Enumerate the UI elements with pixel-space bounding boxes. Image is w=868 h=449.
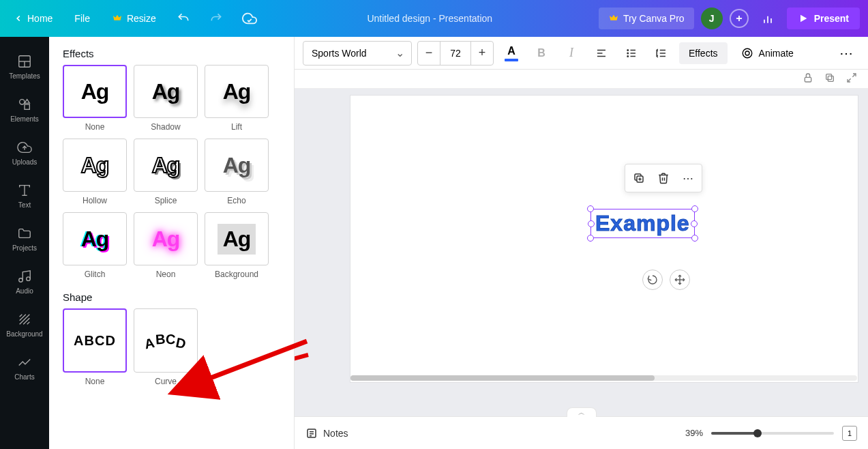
header-left: Home File Resize <box>8 7 261 30</box>
redo-button[interactable] <box>205 8 227 29</box>
app-header: Home File Resize Untitled design - Prese… <box>0 0 868 37</box>
resize-handle-bl[interactable] <box>587 235 594 242</box>
font-size-decrease[interactable]: − <box>418 42 440 65</box>
spacing-button[interactable] <box>649 41 674 66</box>
effect-lift[interactable]: Ag Lift <box>205 65 269 132</box>
templates-icon <box>16 53 33 70</box>
svg-marker-11 <box>25 100 29 104</box>
rail-text[interactable]: Text <box>0 174 49 217</box>
lock-icon <box>803 72 813 83</box>
effect-hollow[interactable]: Ag Hollow <box>63 139 127 205</box>
duplicate-page-button[interactable] <box>824 72 835 86</box>
spacing-icon <box>655 47 668 59</box>
undo-button[interactable] <box>173 8 194 29</box>
horizontal-scrollbar[interactable] <box>350 375 857 382</box>
svg-point-14 <box>19 278 23 283</box>
list-button[interactable] <box>619 41 644 66</box>
expand-icon <box>846 72 857 83</box>
rotate-button[interactable] <box>642 270 663 290</box>
animate-button[interactable]: Animate <box>733 42 802 65</box>
effect-neon[interactable]: Ag Neon <box>134 212 198 279</box>
rail-audio[interactable]: Audio <box>0 260 49 303</box>
shape-none[interactable]: ABCD None <box>63 308 127 386</box>
shape-curve[interactable]: ABCD Curve <box>134 308 198 386</box>
font-family-select[interactable]: Sports World <box>303 41 412 66</box>
effect-splice[interactable]: Ag Splice <box>134 139 198 205</box>
main-area: Templates Elements Uploads Text Projects… <box>0 37 868 449</box>
zoom-slider-thumb[interactable] <box>753 429 762 437</box>
resize-handle-ml[interactable] <box>588 220 595 227</box>
rail-templates[interactable]: Templates <box>0 45 49 88</box>
try-pro-button[interactable]: Try Canva Pro <box>599 8 694 29</box>
rail-background[interactable]: Background <box>0 303 49 346</box>
svg-rect-10 <box>25 104 29 109</box>
shape-section-title: Shape <box>63 291 280 303</box>
canvas-column: Sports World − + A B I Effects Animate ⋯ <box>295 37 868 449</box>
effects-toolbar-button[interactable]: Effects <box>679 42 728 64</box>
resize-handle-tl[interactable] <box>587 205 594 212</box>
element-more-button[interactable]: ⋯ <box>678 169 698 188</box>
selected-text-element[interactable]: Example <box>590 209 695 238</box>
rail-elements[interactable]: Elements <box>0 88 49 131</box>
background-icon <box>16 311 33 328</box>
expand-pages-tab[interactable]: ︿ <box>567 407 597 417</box>
user-avatar[interactable]: J <box>701 8 723 29</box>
resize-handle-mr[interactable] <box>691 220 698 227</box>
lock-button[interactable] <box>803 72 813 86</box>
tool-rail: Templates Elements Uploads Text Projects… <box>0 37 49 449</box>
effect-background[interactable]: Ag Background <box>205 212 269 279</box>
svg-point-35 <box>745 51 749 55</box>
svg-point-9 <box>20 100 25 104</box>
rail-projects[interactable]: Projects <box>0 217 49 260</box>
canvas-text[interactable]: Example <box>595 211 690 235</box>
move-button[interactable] <box>670 270 690 290</box>
delete-button[interactable] <box>654 169 673 188</box>
svg-point-26 <box>627 53 629 54</box>
rail-charts[interactable]: Charts <box>0 346 49 389</box>
align-icon <box>595 47 608 59</box>
bold-button[interactable]: B <box>529 41 554 66</box>
effect-echo[interactable]: Ag Echo <box>205 139 269 205</box>
insights-button[interactable] <box>755 6 780 31</box>
slide[interactable]: ⋯ Example <box>350 96 858 382</box>
duplicate-icon <box>633 172 645 184</box>
italic-button[interactable]: I <box>559 41 584 66</box>
chevron-left-icon <box>14 14 23 23</box>
element-below-controls <box>642 270 690 290</box>
toolbar-more-button[interactable]: ⋯ <box>834 45 860 61</box>
duplicate-button[interactable] <box>629 169 648 188</box>
style-effects-grid: Ag None Ag Shadow Ag Lift Ag Hollow Ag S… <box>63 65 280 279</box>
scrollbar-thumb[interactable] <box>350 375 655 381</box>
zoom-slider[interactable] <box>711 432 834 435</box>
svg-rect-36 <box>805 77 811 82</box>
effect-none[interactable]: Ag None <box>63 65 127 132</box>
font-size-increase[interactable]: + <box>471 42 493 65</box>
notes-button[interactable]: Notes <box>305 427 348 439</box>
file-menu[interactable]: File <box>69 9 95 28</box>
page-count-button[interactable]: 1 <box>842 426 857 441</box>
zoom-percent[interactable]: 39% <box>685 428 703 438</box>
share-add-button[interactable] <box>730 9 749 28</box>
font-size-input[interactable] <box>440 42 471 65</box>
effect-shadow[interactable]: Ag Shadow <box>134 65 198 132</box>
notes-icon <box>305 427 318 439</box>
bold-icon: B <box>537 47 545 59</box>
resize-handle-br[interactable] <box>691 235 698 242</box>
effects-panel-title: Effects <box>63 48 280 59</box>
bar-chart-icon <box>761 12 775 25</box>
rail-uploads[interactable]: Uploads <box>0 131 49 174</box>
text-color-button[interactable]: A <box>499 41 524 66</box>
resize-handle-tr[interactable] <box>691 205 698 212</box>
document-title[interactable]: Untitled design - Presentation <box>261 13 599 24</box>
cloud-sync-button[interactable] <box>238 7 261 30</box>
plus-icon <box>734 14 744 23</box>
present-button[interactable]: Present <box>787 8 860 29</box>
resize-button[interactable]: Resize <box>106 9 162 28</box>
home-button[interactable]: Home <box>8 9 58 28</box>
effect-glitch[interactable]: Ag Glitch <box>63 212 127 279</box>
alignment-button[interactable] <box>589 41 614 66</box>
canvas-viewport[interactable]: ⋯ Example <box>295 89 868 416</box>
elements-icon <box>16 96 33 113</box>
svg-point-34 <box>743 48 752 58</box>
expand-page-button[interactable] <box>846 72 857 86</box>
